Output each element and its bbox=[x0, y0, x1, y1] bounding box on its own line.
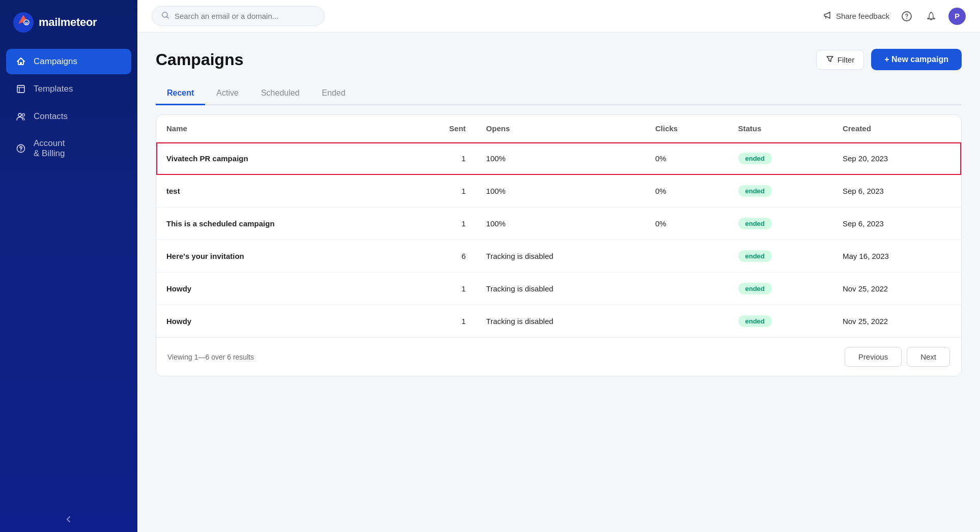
table-cell: Tracking is disabled bbox=[476, 240, 645, 273]
sidebar-nav: Campaigns Templates Conta bbox=[0, 45, 137, 507]
megaphone-icon bbox=[823, 11, 832, 21]
table-cell: ended bbox=[728, 175, 832, 208]
new-campaign-button[interactable]: + New campaign bbox=[871, 49, 962, 70]
campaign-tabs: Recent Active Scheduled Ended bbox=[156, 82, 962, 105]
table-row[interactable]: Howdy1Tracking is disabledendedNov 25, 2… bbox=[156, 305, 961, 338]
table-cell: 1 bbox=[405, 305, 476, 338]
tab-ended[interactable]: Ended bbox=[311, 82, 357, 105]
table-body: Vivatech PR campaign1100%0%endedSep 20, … bbox=[156, 142, 961, 338]
contacts-icon bbox=[15, 111, 26, 122]
table-cell bbox=[645, 305, 728, 338]
filter-icon bbox=[826, 55, 834, 65]
table-cell: ended bbox=[728, 305, 832, 338]
table-cell: 100% bbox=[476, 175, 645, 208]
topbar: Share feedback P bbox=[137, 0, 980, 33]
sidebar: M mailmeteor Campaigns Templates bbox=[0, 0, 137, 532]
previous-button[interactable]: Previous bbox=[845, 347, 902, 367]
table-cell: Howdy bbox=[156, 273, 405, 305]
pagination-buttons: Previous Next bbox=[845, 347, 950, 367]
sidebar-item-label-account-billing: Account& Billing bbox=[34, 138, 65, 159]
table-cell: 1 bbox=[405, 208, 476, 240]
status-badge: ended bbox=[738, 283, 772, 294]
sidebar-item-label-templates: Templates bbox=[34, 84, 73, 94]
app-name: mailmeteor bbox=[39, 16, 97, 29]
table-cell: 100% bbox=[476, 208, 645, 240]
sidebar-item-templates[interactable]: Templates bbox=[6, 76, 131, 102]
col-name: Name bbox=[156, 115, 405, 142]
table-cell: 100% bbox=[476, 142, 645, 175]
table-row[interactable]: This is a scheduled campaign1100%0%ended… bbox=[156, 208, 961, 240]
logo: M mailmeteor bbox=[0, 0, 137, 45]
search-input[interactable] bbox=[175, 12, 315, 20]
account-billing-icon bbox=[15, 143, 26, 154]
filter-button[interactable]: Filter bbox=[816, 50, 864, 70]
col-opens: Opens bbox=[476, 115, 645, 142]
status-badge: ended bbox=[738, 153, 772, 164]
table-cell: Howdy bbox=[156, 305, 405, 338]
campaigns-table-container: Name Sent Opens Clicks Status Created Vi… bbox=[156, 114, 962, 376]
table-row[interactable]: test1100%0%endedSep 6, 2023 bbox=[156, 175, 961, 208]
table-cell: Sep 6, 2023 bbox=[832, 175, 961, 208]
table-cell: Sep 20, 2023 bbox=[832, 142, 961, 175]
table-cell: Vivatech PR campaign bbox=[156, 142, 405, 175]
table-cell: Sep 6, 2023 bbox=[832, 208, 961, 240]
status-badge: ended bbox=[738, 185, 772, 197]
table-cell: test bbox=[156, 175, 405, 208]
page-header-actions: Filter + New campaign bbox=[816, 49, 962, 70]
help-icon[interactable] bbox=[900, 9, 914, 23]
sidebar-item-contacts[interactable]: Contacts bbox=[6, 104, 131, 129]
col-sent: Sent bbox=[405, 115, 476, 142]
col-status: Status bbox=[728, 115, 832, 142]
col-clicks: Clicks bbox=[645, 115, 728, 142]
svg-rect-3 bbox=[17, 85, 24, 93]
col-created: Created bbox=[832, 115, 961, 142]
table-cell: Nov 25, 2022 bbox=[832, 273, 961, 305]
tab-recent[interactable]: Recent bbox=[156, 82, 205, 105]
notification-icon[interactable] bbox=[924, 9, 938, 23]
table-cell: 6 bbox=[405, 240, 476, 273]
table-cell: 0% bbox=[645, 142, 728, 175]
campaigns-table: Name Sent Opens Clicks Status Created Vi… bbox=[156, 115, 961, 337]
pagination-info: Viewing 1—6 over 6 results bbox=[167, 353, 254, 361]
sidebar-item-campaigns[interactable]: Campaigns bbox=[6, 49, 131, 74]
svg-point-7 bbox=[22, 114, 25, 116]
table-row[interactable]: Vivatech PR campaign1100%0%endedSep 20, … bbox=[156, 142, 961, 175]
logo-icon: M bbox=[12, 11, 35, 34]
tab-scheduled[interactable]: Scheduled bbox=[250, 82, 311, 105]
tab-active[interactable]: Active bbox=[205, 82, 250, 105]
campaigns-icon bbox=[15, 56, 26, 67]
page-title: Campaigns bbox=[156, 50, 243, 69]
table-cell bbox=[645, 240, 728, 273]
main-area: Share feedback P Campaigns bbox=[137, 0, 980, 532]
page-content: Campaigns Filter + New campaign Recent bbox=[137, 33, 980, 532]
table-cell: Here's your invitation bbox=[156, 240, 405, 273]
svg-point-11 bbox=[906, 18, 907, 19]
table-cell: 1 bbox=[405, 273, 476, 305]
user-avatar[interactable]: P bbox=[948, 8, 966, 25]
search-box[interactable] bbox=[152, 6, 325, 26]
table-row[interactable]: Here's your invitation6Tracking is disab… bbox=[156, 240, 961, 273]
sidebar-item-account-billing[interactable]: Account& Billing bbox=[6, 131, 131, 166]
share-feedback-button[interactable]: Share feedback bbox=[823, 11, 889, 21]
status-badge: ended bbox=[738, 218, 772, 229]
page-header: Campaigns Filter + New campaign bbox=[156, 49, 962, 70]
table-cell bbox=[645, 273, 728, 305]
svg-point-6 bbox=[18, 113, 21, 116]
status-badge: ended bbox=[738, 315, 772, 327]
table-cell: May 16, 2023 bbox=[832, 240, 961, 273]
table-cell: Tracking is disabled bbox=[476, 273, 645, 305]
next-button[interactable]: Next bbox=[907, 347, 950, 367]
sidebar-collapse-button[interactable] bbox=[0, 507, 137, 532]
table-cell: 1 bbox=[405, 142, 476, 175]
table-footer: Viewing 1—6 over 6 results Previous Next bbox=[156, 337, 961, 376]
table-cell: ended bbox=[728, 273, 832, 305]
svg-text:M: M bbox=[25, 21, 28, 25]
table-cell: ended bbox=[728, 208, 832, 240]
sidebar-item-label-campaigns: Campaigns bbox=[34, 56, 77, 67]
table-header: Name Sent Opens Clicks Status Created bbox=[156, 115, 961, 142]
status-badge: ended bbox=[738, 250, 772, 262]
table-cell: This is a scheduled campaign bbox=[156, 208, 405, 240]
table-cell: Tracking is disabled bbox=[476, 305, 645, 338]
table-cell: 0% bbox=[645, 175, 728, 208]
table-row[interactable]: Howdy1Tracking is disabledendedNov 25, 2… bbox=[156, 273, 961, 305]
